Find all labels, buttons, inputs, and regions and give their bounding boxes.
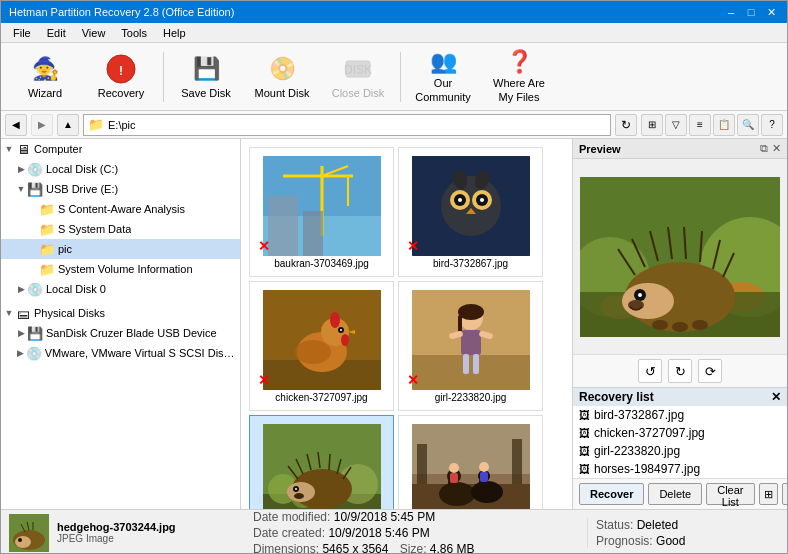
go-button[interactable]: ↻ — [615, 114, 637, 136]
delete-button[interactable]: Delete — [648, 483, 702, 505]
svg-point-31 — [341, 334, 349, 346]
recovery-list-close[interactable]: ✕ — [771, 390, 781, 404]
created-value: 10/9/2018 5:46 PM — [328, 526, 429, 540]
status-label: Status: — [596, 518, 633, 532]
tree-item-sysvolinfo[interactable]: 📁 System Volume Information — [1, 259, 240, 279]
svg-rect-64 — [512, 439, 522, 484]
svg-text:!: ! — [119, 64, 123, 78]
tree-label-vmware: VMware, VMware Virtual S SCSI Disk Devic — [45, 347, 236, 359]
svg-point-93 — [638, 293, 642, 297]
forward-button[interactable]: ▶ — [31, 114, 53, 136]
save-disk-button[interactable]: 💾 Save Disk — [170, 47, 242, 107]
close-disk-label: Close Disk — [332, 87, 385, 100]
menu-help[interactable]: Help — [155, 25, 194, 41]
community-label: Our Community — [412, 77, 474, 103]
list-view-button[interactable]: ⊞ — [759, 483, 778, 505]
svg-rect-34 — [412, 355, 530, 390]
tree-item-usb-e[interactable]: ▼ 💾 USB Drive (E:) — [1, 179, 240, 199]
svg-point-91 — [622, 283, 674, 319]
recovery-mark-chicken: ✕ — [258, 372, 270, 388]
wizard-button[interactable]: 🧙 Wizard — [9, 47, 81, 107]
menu-view[interactable]: View — [74, 25, 114, 41]
svg-point-95 — [652, 320, 668, 330]
system-data-icon: 📁 — [39, 221, 55, 237]
svg-rect-37 — [458, 315, 462, 333]
recovery-label: Recovery — [98, 87, 144, 100]
bird-file-icon: 🖼 — [579, 409, 590, 421]
menu-tools[interactable]: Tools — [113, 25, 155, 41]
back-button[interactable]: ◀ — [5, 114, 27, 136]
file-thumb-hedgehog[interactable]: ✕ hedgehog-3703244.jpg — [249, 415, 394, 509]
modified-label: Date modified: — [253, 510, 330, 524]
prognosis-value: Good — [656, 534, 685, 548]
tree-item-physical-disks[interactable]: ▼ 🖴 Physical Disks — [1, 303, 240, 323]
dimensions-value: 5465 x 3564 — [322, 542, 388, 555]
main-area: ▼ 🖥 Computer ▶ 💿 Local Disk (C:) ▼ 💾 USB… — [1, 139, 787, 509]
mount-disk-button[interactable]: 📀 Mount Disk — [246, 47, 318, 107]
file-area: ✕ baukran-3703469.jpg — [241, 139, 572, 509]
tree-item-vmware[interactable]: ▶ 💿 VMware, VMware Virtual S SCSI Disk D… — [1, 343, 240, 363]
address-input[interactable] — [108, 119, 606, 131]
recovery-button[interactable]: ! Recovery — [85, 47, 157, 107]
tree-item-sandisk[interactable]: ▶ 💾 SanDisk Cruzer Blade USB Device — [1, 323, 240, 343]
recovery-mark-hedgehog: ✕ — [258, 506, 270, 509]
file-thumb-girl[interactable]: ✕ girl-2233820.jpg — [398, 281, 543, 411]
dimensions-label: Dimensions: — [253, 542, 319, 555]
close-button[interactable]: ✕ — [763, 4, 779, 20]
mount-disk-icon: 📀 — [266, 53, 298, 85]
recovery-list-item-bird[interactable]: 🖼 bird-3732867.jpg — [573, 406, 787, 424]
recovery-list-header: Recovery list ✕ — [573, 388, 787, 406]
maximize-button[interactable]: □ — [743, 4, 759, 20]
tree-toggle-usb-e: ▼ — [15, 184, 27, 194]
minimize-button[interactable]: – — [723, 4, 739, 20]
file-thumb-horses[interactable]: ✕ horses-1984977.jpg — [398, 415, 543, 509]
svg-rect-74 — [480, 472, 488, 482]
tree-item-content-aware[interactable]: 📁 S Content-Aware Analysis — [1, 199, 240, 219]
toolbar-sep-2 — [400, 52, 401, 102]
tree-item-local-c[interactable]: ▶ 💿 Local Disk (C:) — [1, 159, 240, 179]
addressbar: ◀ ▶ ▲ 📁 ↻ ⊞ ▽ ≡ 📋 🔍 ? — [1, 111, 787, 139]
recovery-mark-bird: ✕ — [407, 238, 419, 254]
titlebar-title: Hetman Partition Recovery 2.8 (Office Ed… — [9, 6, 234, 18]
close-disk-button[interactable]: DISK Close Disk — [322, 47, 394, 107]
view-list-button[interactable]: ≡ — [689, 114, 711, 136]
menu-edit[interactable]: Edit — [39, 25, 74, 41]
svg-rect-41 — [463, 354, 469, 374]
tree-label-physical-disks: Physical Disks — [34, 307, 105, 319]
status-value: Deleted — [637, 518, 678, 532]
preview-detach-button[interactable]: ⧉ — [760, 142, 768, 155]
tree-item-local-0[interactable]: ▶ 💿 Local Disk 0 — [1, 279, 240, 299]
file-image-girl — [412, 290, 530, 390]
rotate-right-button[interactable]: ↻ — [668, 359, 692, 383]
file-thumb-baukran[interactable]: ✕ baukran-3703469.jpg — [249, 147, 394, 277]
preview-close-button[interactable]: ✕ — [772, 142, 781, 155]
svg-point-97 — [692, 320, 708, 330]
filter-button[interactable]: ▽ — [665, 114, 687, 136]
up-button[interactable]: ▲ — [57, 114, 79, 136]
recovery-list-items: 🖼 bird-3732867.jpg 🖼 chicken-3727097.jpg… — [573, 406, 787, 478]
help-button[interactable]: ? — [761, 114, 783, 136]
save-list-button[interactable]: 📋 — [713, 114, 735, 136]
tree-item-computer[interactable]: ▼ 🖥 Computer — [1, 139, 240, 159]
recovery-list-item-horses[interactable]: 🖼 horses-1984977.jpg — [573, 460, 787, 478]
clear-list-button[interactable]: Clear List — [706, 483, 754, 505]
tree-item-system-data[interactable]: 📁 S System Data — [1, 219, 240, 239]
tree-item-pic[interactable]: 📁 pic — [1, 239, 240, 259]
view-thumbs-button[interactable]: ⊞ — [641, 114, 663, 136]
recover-button[interactable]: Recover — [579, 483, 644, 505]
prognosis-label: Prognosis: — [596, 534, 653, 548]
sort-asc-button[interactable]: ▲ — [782, 483, 788, 505]
community-button[interactable]: 👥 Our Community — [407, 47, 479, 107]
menu-file[interactable]: File — [5, 25, 39, 41]
refresh-button[interactable]: ⟳ — [698, 359, 722, 383]
search-button[interactable]: 🔍 — [737, 114, 759, 136]
where-files-button[interactable]: ❓ Where Are My Files — [483, 47, 555, 107]
file-thumb-chicken[interactable]: ✕ chicken-3727097.jpg — [249, 281, 394, 411]
file-image-hedgehog — [263, 424, 381, 510]
recovery-list-item-girl[interactable]: 🖼 girl-2233820.jpg — [573, 442, 787, 460]
rotate-left-button[interactable]: ↺ — [638, 359, 662, 383]
recovery-list-item-chicken[interactable]: 🖼 chicken-3727097.jpg — [573, 424, 787, 442]
file-thumb-bird[interactable]: ✕ bird-3732867.jpg — [398, 147, 543, 277]
preview-header-label: Preview — [579, 143, 621, 155]
file-label-chicken: chicken-3727097.jpg — [254, 392, 389, 403]
